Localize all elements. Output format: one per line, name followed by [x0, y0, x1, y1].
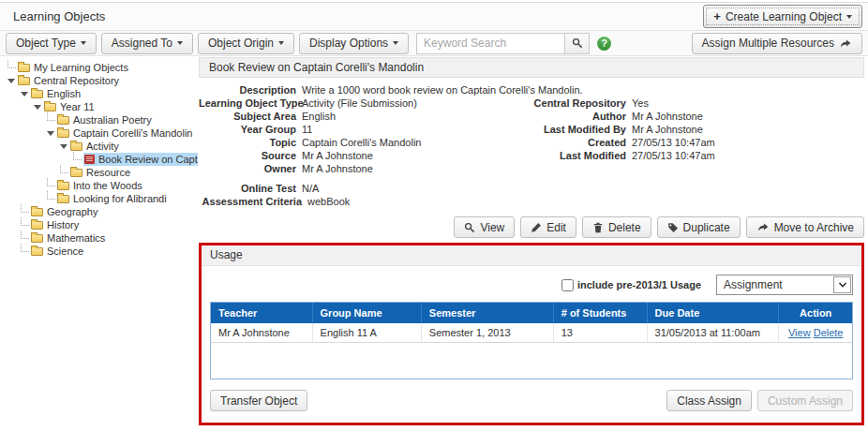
tree-item-my-learning-objects[interactable]: My Learning Objects	[4, 61, 198, 74]
tree-item-label: Captain Corelli's Mandolin	[73, 127, 192, 139]
view-button[interactable]: View	[454, 216, 515, 238]
field-value: N/A	[296, 182, 319, 195]
tree-connector	[60, 165, 68, 173]
search-icon	[464, 222, 475, 233]
tree-item-label: Mathematics	[47, 232, 105, 244]
tree-item-label: My Learning Objects	[34, 62, 128, 73]
tree-item-label: Activity	[86, 141, 119, 152]
cell-teacher: Mr A Johnstone	[211, 323, 312, 342]
field-value: Activity (File Submission)	[296, 97, 417, 110]
content-body: My Learning Objects Central Repository E…	[0, 56, 868, 431]
object-origin-label: Object Origin	[208, 37, 274, 50]
tree-item-into-the-woods[interactable]: Into the Woods	[4, 179, 198, 192]
tree-item-label: History	[47, 219, 79, 230]
tree-item-science[interactable]: Science	[4, 245, 198, 258]
tree-expanded-icon[interactable]	[60, 144, 67, 149]
tree-item-mathematics[interactable]: Mathematics	[4, 231, 198, 245]
assigned-to-label: Assigned To	[112, 37, 172, 50]
field-value: Mr A Johnstone	[626, 123, 703, 136]
tree-expanded-icon[interactable]	[21, 92, 28, 97]
edit-button[interactable]: Edit	[520, 216, 576, 238]
object-action-bar: View Edit Delete	[199, 208, 864, 241]
field-label: Subject Area	[199, 110, 296, 123]
tag-icon	[667, 222, 679, 233]
tree-item-looking-for-alibrandi[interactable]: Looking for Alibrandi	[4, 192, 198, 205]
tree-item-year-11[interactable]: Year 11	[4, 100, 198, 113]
usage-title: Usage	[202, 245, 861, 266]
folder-icon	[70, 169, 82, 177]
tree-item-australian-poetry[interactable]: Australian Poetry	[4, 113, 198, 126]
tree-item-activity[interactable]: Activity	[4, 140, 198, 153]
duplicate-button[interactable]: Duplicate	[657, 216, 741, 238]
tree-item-resource[interactable]: Resource	[4, 166, 198, 179]
class-assign-button[interactable]: Class Assign	[666, 390, 752, 411]
tree-item-captain-corellis-mandolin[interactable]: Captain Corelli's Mandolin	[4, 126, 198, 140]
field-value: 27/05/13 10:47am	[626, 149, 715, 162]
column-header-group-name: Group Name	[312, 303, 421, 323]
field-value: Mr A Johnstone	[296, 162, 373, 175]
tree-item-history[interactable]: History	[4, 218, 198, 231]
usage-table-header-row: Teacher Group Name Semester # of Student…	[211, 303, 852, 323]
row-delete-link[interactable]: Delete	[814, 327, 844, 338]
tree-item-label: Into the Woods	[73, 180, 142, 191]
detail-fields: DescriptionWrite a 1000 word book review…	[199, 78, 864, 208]
tree-item-geography[interactable]: Geography	[4, 205, 198, 218]
field-label: Last Modified	[517, 149, 626, 162]
column-header-semester: Semester	[421, 303, 553, 323]
tree-item-english[interactable]: English	[4, 87, 198, 100]
field-label: Topic	[199, 136, 296, 149]
object-type-label: Object Type	[16, 37, 76, 50]
tree-item-book-review-selected[interactable]: Book Review on Captain Co	[4, 153, 198, 166]
filter-toolbar: Object Type Assigned To Object Origin Di…	[0, 31, 868, 56]
create-learning-object-button[interactable]: + Create Learning Object	[703, 5, 862, 28]
help-icon[interactable]: ?	[597, 37, 611, 51]
page-title: Learning Objects	[13, 9, 105, 23]
column-header-due-date: Due Date	[647, 303, 779, 323]
folder-icon	[57, 129, 69, 138]
tree-item-label: Looking for Alibrandi	[73, 193, 167, 204]
field-label: Source	[199, 149, 296, 162]
search-button[interactable]	[564, 33, 590, 54]
folder-icon	[31, 208, 43, 216]
transfer-object-label: Transfer Object	[220, 394, 297, 408]
usage-type-selected-value: Assignment	[724, 278, 783, 291]
tree-expanded-icon[interactable]	[34, 105, 41, 110]
tree-expanded-icon[interactable]	[7, 79, 15, 83]
tree-connector	[7, 60, 16, 68]
title-bar: Learning Objects + Create Learning Objec…	[0, 3, 868, 31]
select-arrow-box[interactable]	[833, 276, 851, 293]
row-view-link[interactable]: View	[788, 327, 811, 338]
transfer-object-button[interactable]: Transfer Object	[210, 390, 307, 411]
create-learning-object-label: Create Learning Object	[726, 10, 842, 23]
field-label: Owner	[199, 162, 296, 175]
usage-type-select[interactable]: Assignment	[716, 275, 853, 295]
assigned-to-dropdown[interactable]: Assigned To	[101, 33, 193, 54]
repository-tree: My Learning Objects Central Repository E…	[0, 56, 198, 258]
include-pre-2013-usage-option[interactable]: include pre-2013/1 Usage	[561, 279, 701, 291]
move-to-archive-button[interactable]: Move to Archive	[746, 216, 864, 238]
object-type-dropdown[interactable]: Object Type	[6, 33, 97, 54]
learning-object-icon	[84, 155, 95, 164]
tree-expanded-icon[interactable]	[47, 131, 54, 136]
cell-semester: Semester 1, 2013	[421, 323, 553, 342]
detail-fields-left: DescriptionWrite a 1000 word book review…	[199, 83, 517, 208]
keyword-search-input[interactable]	[416, 33, 564, 54]
delete-button[interactable]: Delete	[582, 216, 651, 238]
folder-icon	[18, 77, 30, 85]
chevron-down-icon	[393, 41, 398, 45]
detail-fields-right: Central RepositoryYes AuthorMr A Johnsto…	[517, 83, 864, 208]
forward-arrow-icon	[839, 38, 852, 49]
include-pre-2013-usage-checkbox[interactable]	[561, 279, 574, 291]
object-origin-dropdown[interactable]: Object Origin	[198, 33, 294, 54]
tree-item-central-repository[interactable]: Central Repository	[4, 74, 198, 87]
plus-icon: +	[713, 10, 721, 22]
folder-icon	[18, 64, 30, 72]
tree-connector	[21, 217, 29, 226]
detail-panel: Book Review on Captain Corelli's Mandoli…	[199, 56, 864, 425]
field-label: Created	[517, 136, 626, 149]
display-options-dropdown[interactable]: Display Options	[299, 33, 409, 54]
display-options-label: Display Options	[309, 37, 388, 50]
move-to-archive-label: Move to Archive	[774, 221, 854, 234]
assign-multiple-resources-button[interactable]: Assign Multiple Resources	[692, 33, 862, 54]
custom-assign-button[interactable]: Custom Assign	[757, 390, 853, 411]
